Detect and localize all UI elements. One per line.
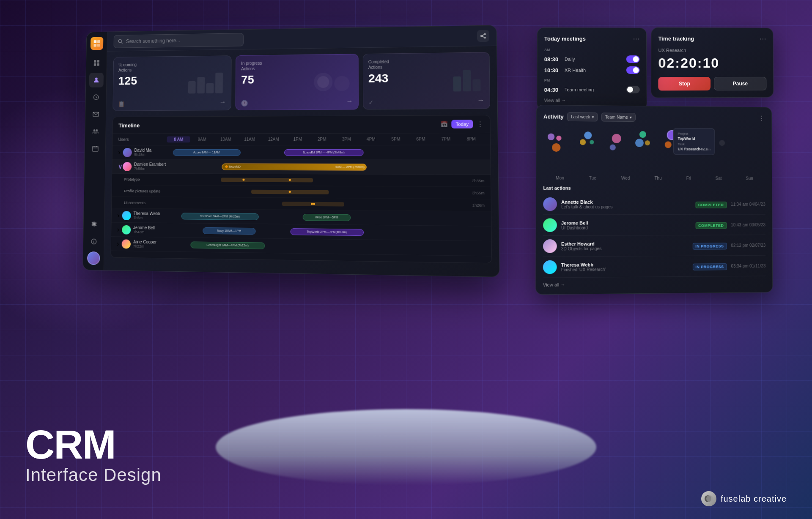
timeline-bars-theresa: TechCom 9AM—2PM (4h25m) iRise 3PM—5PM [166,211,485,224]
svg-rect-5 [97,44,100,47]
sidebar-item-grid[interactable] [89,55,104,70]
day-sat: Sat [716,176,722,180]
timeline-header: Timeline 📅 Today ⋮ [113,115,490,134]
activity-name-jerome: Jerome Bell [561,220,691,225]
pause-button[interactable]: Pause [714,77,766,90]
user-time-jane: 7h22m [133,244,156,249]
ui-comments-bar [282,202,344,206]
activity-time-annette: 11:34 am 04/04/23 [731,202,765,206]
meeting-name-daily: Daily [565,57,623,62]
meeting-toggle-xrhealth[interactable] [626,66,640,74]
time-tracking-header: Time tracking ⋯ [658,35,766,43]
meetings-menu-icon[interactable]: ⋯ [633,35,639,43]
time-11am: 11AM [238,137,262,142]
today-button[interactable]: Today [451,120,473,128]
activity-info-annette: Annette Black Let's talk & about us page… [561,199,691,209]
status-badge: IN PROGRESS [692,262,727,270]
activity-desc-jerome: UI Dashboard [561,225,691,230]
activity-menu-icon[interactable]: ⋮ [758,115,765,123]
tooltip-task-value: UX Research [678,147,700,151]
user-name-jane: Jane Cooper [133,240,156,245]
task-bar-bliss[interactable]: Bliss 10AM—2PM [203,256,252,259]
task-bar-topworld[interactable]: TopWorld 2PM—7PM(4h48m) [290,228,364,235]
task-bar-greenlight[interactable]: GreenLight 9AM—4PM (7h22m) [190,241,265,249]
table-row: › David Ma 5h48m Azure 8AM — 11AM SpaceE… [112,145,491,160]
time-5pm: 5PM [384,137,409,142]
expand-icon-jerome: › [117,226,120,233]
completed-label2: Actions [368,63,484,70]
day-fri: Fri [686,176,691,180]
toggle-knob-daily [633,56,639,62]
inprogress-decoration [314,72,350,91]
sidebar-item-clock[interactable] [88,90,103,104]
task-bar-nuvomd[interactable]: 🔶 NuvoMD 9AM — 2PM (7h56m) [222,163,367,170]
marker-dot [289,191,291,193]
time-8am: 8 AM [167,136,191,142]
meeting-time-xrhealth: 10:30 [544,67,561,73]
meeting-toggle-daily[interactable] [626,55,640,63]
sidebar-item-mail[interactable] [88,107,103,122]
subtask-time-profile: 3h55m [472,191,484,195]
filter-team-name[interactable]: Team Name ▾ [601,112,636,122]
avatar-esther [121,254,130,259]
meeting-time-team: 04:30 [544,87,561,93]
tracking-buttons: Stop Pause [658,77,766,91]
timeline-controls: 📅 Today ⋮ [440,120,484,128]
calendar-control-icon[interactable]: 📅 [440,121,448,128]
task-bar-techcom[interactable]: TechCom 9AM—2PM (4h25m) [181,213,259,220]
task-bar-spaceed[interactable]: SpaceEd 1PM — 4PM (3h48m) [284,149,364,156]
sidebar-item-team[interactable] [88,124,103,139]
bubble [610,145,616,150]
topbar-action-btn[interactable] [477,30,490,42]
sidebar-logo[interactable] [90,37,103,50]
user-name-jerome: Jerome Bell [133,225,155,230]
task-bar-techai[interactable]: TechAI 3PM—7PM (4h-) [290,257,360,259]
task-bar-irise[interactable]: iRise 3PM—5PM [303,213,351,221]
sidebar-item-settings[interactable] [87,216,102,232]
tooltip-project-value: TopWorld [678,137,710,141]
user-info-jane: › Jane Cooper 7h22m [117,239,166,249]
sidebar-item-users[interactable] [89,73,103,87]
brand-subtitle: Interface Design [25,465,162,485]
user-time-damien: 7h56m [134,167,166,171]
bubble [645,140,650,145]
status-badge: IN PROGRESS [692,241,727,249]
bubble [665,141,672,148]
toggle-knob-xrhealth [633,67,639,73]
avatar-esther-act [543,239,557,253]
search-box[interactable]: Search something here... [114,33,244,48]
timeline-bars-jerome: Navy 10AM—1PM TopWorld 2PM—7PM(4h48m) [166,225,485,239]
time-2pm: 2PM [310,137,334,142]
timeline-menu-icon[interactable]: ⋮ [477,120,484,128]
task-bar-navy[interactable]: Navy 10AM—1PM [203,227,255,234]
user-avatar[interactable] [87,251,100,265]
activity-panel: Activity Last week ▾ Team Name ▾ ⋮ [535,105,773,295]
users-column-header: Users [118,137,167,142]
timeline-time-header: Users 8 AM 9AM 10AM 11AM 12AM 1PM 2PM 3P… [112,133,490,145]
svg-point-21 [484,37,486,38]
sidebar-item-calendar[interactable] [88,142,103,156]
stop-button[interactable]: Stop [658,77,710,90]
day-labels: Mon Tue Wed Thu Fri Sat Sun [543,175,765,180]
badge-completed-jerome: COMPLETED [695,222,727,229]
upcoming-decoration [188,73,223,94]
svg-rect-8 [93,63,96,66]
badge-inprogress-esther: IN PROGRESS [692,243,727,249]
brand-title: CRM [25,424,162,465]
time-tracking-panel: Time tracking ⋯ UX Research 02:20:10 Sto… [651,27,774,98]
task-bar-azure[interactable]: Azure 8AM — 11AM [173,149,241,156]
chevron-down-icon: ▾ [592,115,594,119]
activity-bubble-chart: Project TopWorld Task UX Research 4h18m [543,127,765,170]
timeline-bars-david: Azure 8AM — 11AM SpaceEd 1PM — 4PM (3h48… [167,147,484,158]
view-all-activity[interactable]: View all → [543,280,766,287]
expand-icon-esther: › [117,254,119,259]
sidebar-item-info[interactable] [86,234,101,249]
meeting-toggle-team[interactable] [626,86,640,93]
user-time-jerome: 7h43m [133,230,155,234]
activity-item-annette: Annette Black Let's talk & about us page… [543,194,765,215]
tooltip-project-label: Project [678,132,710,136]
time-tracking-menu-icon[interactable]: ⋯ [760,35,766,43]
view-all-meetings[interactable]: View all → [544,98,640,103]
sidebar [83,32,107,270]
filter-last-week[interactable]: Last week ▾ [567,112,598,122]
